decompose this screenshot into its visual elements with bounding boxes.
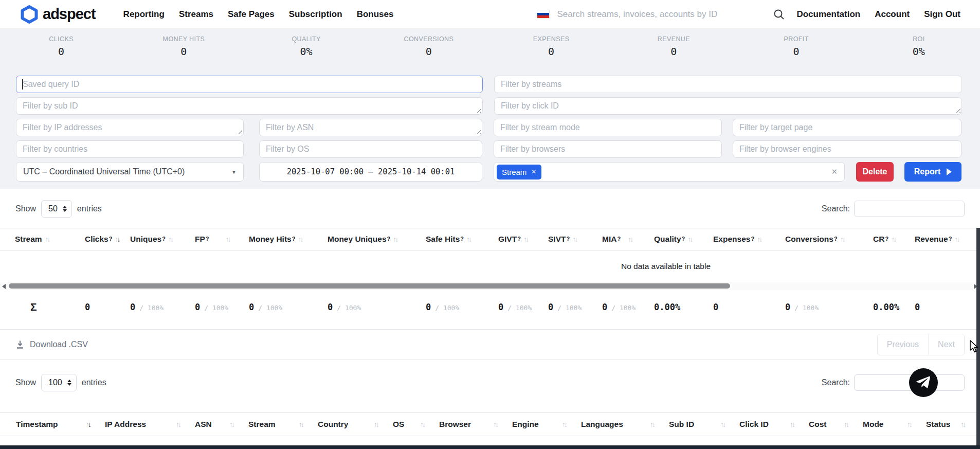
- column-header-mode[interactable]: Mode: [863, 420, 926, 429]
- filter-engines-input[interactable]: [733, 140, 961, 158]
- filter-browsers-input[interactable]: [494, 140, 722, 158]
- column-header-revenue[interactable]: Revenue?: [915, 235, 976, 244]
- filter-click-id-textarea[interactable]: [494, 97, 962, 115]
- column-header-sub-id[interactable]: Sub ID: [669, 420, 739, 429]
- clear-field-icon[interactable]: ✕: [831, 167, 838, 176]
- column-header-os[interactable]: OS: [393, 420, 439, 429]
- sort-icon: [790, 421, 795, 428]
- page-size-select[interactable]: 100: [41, 374, 77, 391]
- column-header-click-id[interactable]: Click ID: [739, 420, 809, 429]
- total-money-uniques: 0/ 100%: [328, 302, 426, 312]
- timezone-value: UTC – Coordinated Universal Time (UTC+0): [23, 167, 185, 176]
- column-header-mia[interactable]: MIA?: [602, 235, 654, 244]
- column-header-status[interactable]: Status: [926, 420, 979, 429]
- filter-countries-input[interactable]: [16, 140, 244, 158]
- play-icon: [947, 168, 952, 175]
- vertical-scrollbar-thumb[interactable]: [976, 228, 980, 449]
- column-header-country[interactable]: Country: [318, 420, 393, 429]
- column-header-uniques[interactable]: Uniques?: [130, 235, 195, 244]
- previous-page-button[interactable]: Previous: [878, 334, 928, 355]
- sort-icon: [493, 421, 499, 428]
- filter-stream-mode-input[interactable]: [494, 119, 722, 136]
- nav-item-subscription[interactable]: Subscription: [289, 9, 342, 20]
- date-range-input[interactable]: 2025-10-07 00:00 – 2025-10-14 00:01: [259, 162, 482, 182]
- sort-icon: [523, 236, 529, 243]
- sort-icon: [960, 421, 966, 428]
- column-header-timestamp[interactable]: Timestamp: [16, 420, 105, 429]
- column-header-engine[interactable]: Engine: [512, 420, 581, 429]
- nav-item-account[interactable]: Account: [875, 9, 910, 20]
- column-header-clicks[interactable]: Clicks?: [85, 235, 130, 244]
- column-header-money-uniques[interactable]: Money Uniques?: [328, 235, 426, 244]
- bottom-horizontal-scrollbar[interactable]: [0, 445, 980, 449]
- column-header-ip-address[interactable]: IP Address: [105, 420, 195, 429]
- sort-icon: [168, 236, 174, 243]
- column-header-fp[interactable]: FP?: [195, 235, 249, 244]
- page-size-select[interactable]: 50: [41, 200, 72, 218]
- filter-target-page-input[interactable]: [733, 119, 961, 136]
- report-panel: Show 50 entries Search: Stream Clicks? U…: [0, 189, 980, 436]
- nav-item-documentation[interactable]: Documentation: [796, 9, 860, 20]
- stream-tag-field[interactable]: Stream ✕ ✕: [494, 162, 845, 182]
- telegram-chat-button[interactable]: [909, 368, 938, 397]
- column-header-safe-hits[interactable]: Safe Hits?: [426, 235, 498, 244]
- telegram-plane-icon: [916, 375, 931, 390]
- total-givt: 0/ 100%: [498, 302, 548, 312]
- nav-item-reporting[interactable]: Reporting: [123, 9, 165, 20]
- delete-button[interactable]: Delete: [856, 162, 894, 182]
- column-header-sivt[interactable]: SIVT?: [548, 235, 602, 244]
- sort-icon: [840, 236, 846, 243]
- filter-ip-textarea[interactable]: [16, 119, 244, 136]
- column-header-asn[interactable]: ASN: [195, 420, 248, 429]
- divider: [0, 360, 980, 360]
- horizontal-scrollbar-thumb[interactable]: [9, 283, 730, 289]
- stat-revenue: REVENUE 0: [612, 35, 735, 68]
- adspect-reporting-page: adspect Reporting Streams Safe Pages Sub…: [0, 0, 980, 436]
- column-header-cost[interactable]: Cost: [809, 420, 863, 429]
- stream-tag-chip[interactable]: Stream ✕: [497, 165, 541, 179]
- filter-asn-textarea[interactable]: [259, 119, 482, 136]
- table2-controls: Show 100 entries Search:: [0, 373, 980, 392]
- mouse-cursor: [969, 339, 980, 354]
- column-header-quality[interactable]: Quality?: [654, 235, 713, 244]
- scroll-left-arrow-icon[interactable]: [2, 284, 6, 289]
- nav-item-safe-pages[interactable]: Safe Pages: [228, 9, 275, 20]
- filter-sub-id-textarea[interactable]: [16, 97, 483, 115]
- download-csv-button[interactable]: Download .CSV: [15, 340, 88, 349]
- horizontal-scrollbar[interactable]: [0, 282, 980, 290]
- sort-icon: [720, 421, 726, 428]
- column-header-expenses[interactable]: Expenses?: [713, 235, 785, 244]
- sort-desc-icon: [115, 236, 120, 243]
- column-header-money-hits[interactable]: Money Hits?: [249, 235, 328, 244]
- total-conversions: 0/ 100%: [785, 302, 873, 312]
- table1-search-input[interactable]: [854, 201, 965, 217]
- global-search-input[interactable]: [557, 9, 763, 20]
- search-icon[interactable]: [773, 8, 785, 21]
- total-expenses: 0: [713, 302, 785, 312]
- saved-query-input[interactable]: [16, 76, 483, 93]
- nav-item-sign-out[interactable]: Sign Out: [924, 9, 960, 20]
- timezone-select[interactable]: UTC – Coordinated Universal Time (UTC+0)…: [16, 162, 244, 182]
- filter-os-input[interactable]: [259, 140, 482, 158]
- adspect-logo[interactable]: adspect: [21, 5, 96, 24]
- filter-streams-input[interactable]: [494, 76, 962, 93]
- report-button[interactable]: Report: [904, 162, 961, 182]
- sort-icon: [298, 236, 303, 243]
- sort-icon: [466, 236, 472, 243]
- column-header-conversions[interactable]: Conversions?: [785, 235, 873, 244]
- nav-item-bonuses[interactable]: Bonuses: [357, 9, 394, 20]
- sort-icon: [844, 421, 849, 428]
- stat-money-hits: MONEY HITS 0: [122, 35, 245, 68]
- sort-desc-icon: [86, 421, 92, 428]
- column-header-browser[interactable]: Browser: [439, 420, 512, 429]
- language-flag-ru-icon[interactable]: [537, 10, 550, 19]
- next-page-button[interactable]: Next: [928, 334, 964, 355]
- column-header-stream[interactable]: Stream: [15, 235, 85, 244]
- remove-tag-icon[interactable]: ✕: [531, 169, 536, 175]
- column-header-languages[interactable]: Languages: [581, 420, 669, 429]
- column-header-stream[interactable]: Stream: [248, 420, 318, 429]
- column-header-givt[interactable]: GIVT?: [498, 235, 548, 244]
- stat-expenses: EXPENSES 0: [490, 35, 612, 68]
- nav-item-streams[interactable]: Streams: [179, 9, 213, 20]
- column-header-cr[interactable]: CR?: [873, 235, 915, 244]
